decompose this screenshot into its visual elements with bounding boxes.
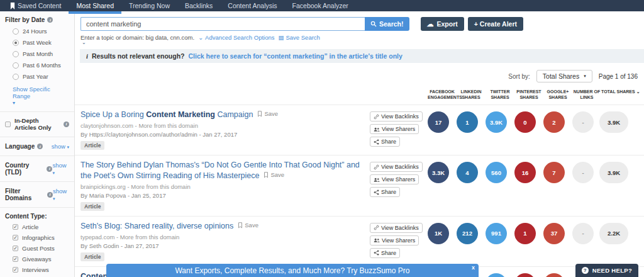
chevron-down-icon: ▾ xyxy=(52,171,55,175)
nav-item-saved-content[interactable]: Saved Content xyxy=(3,0,69,11)
radio-icon xyxy=(13,74,19,80)
content-type-giveaways[interactable]: Giveaways xyxy=(13,256,69,263)
sort-dropdown[interactable]: Total Shares ▾ xyxy=(536,70,592,82)
google-plus-shares-value: 37 xyxy=(543,223,565,244)
need-help-button[interactable]: ? NEED HELP? xyxy=(575,264,638,277)
show-link-country-tld[interactable]: show ▾ xyxy=(52,162,69,176)
linkedin-shares-value: 1 xyxy=(457,111,478,133)
nav-item-content-analysis[interactable]: Content Analysis xyxy=(220,0,284,11)
content-type-title: Content Type: xyxy=(5,213,69,220)
save-article-button[interactable]: Save xyxy=(257,110,278,118)
radio-icon xyxy=(13,28,19,35)
facebook-engagements-value: 17 xyxy=(428,111,449,133)
view-sharers-button[interactable]: View Sharers xyxy=(370,124,419,134)
column-header-number-of-links[interactable]: NUMBER OFLINKS xyxy=(572,89,601,100)
column-header-total-shares[interactable]: TOTAL SHARES ⌄ xyxy=(601,89,634,100)
content-type-guest-posts[interactable]: Guest Posts xyxy=(13,245,69,252)
total-shares-value: 2.2K xyxy=(599,223,628,244)
nav-item-most-shared[interactable]: Most Shared xyxy=(69,0,121,11)
date-option-24-hours[interactable]: 24 Hours xyxy=(13,28,69,35)
buzzsumo-pro-banner[interactable]: Want Exports, Complete Results, and Much… xyxy=(106,264,479,277)
chevron-down-icon: ⌄ xyxy=(198,34,203,41)
content-type-article[interactable]: Article xyxy=(13,223,69,230)
save-search-link[interactable]: ▤ Save Search xyxy=(278,34,319,41)
search-input[interactable] xyxy=(80,17,365,31)
article-title-link[interactable]: Spice Up a Boring Content Marketing Camp… xyxy=(80,110,370,120)
date-option-past-week[interactable]: Past Week xyxy=(13,39,69,46)
chevron-down-icon[interactable]: ▾ xyxy=(13,100,69,106)
search-row: Search! ☁ Export + Create Alert xyxy=(80,17,644,31)
linkedin-shares-value: 4 xyxy=(457,162,478,183)
chevron-down-icon: ▾ xyxy=(67,145,69,149)
view-backlinks-button[interactable]: View Backlinks xyxy=(370,223,423,233)
show-link-filter-domains[interactable]: show ▾ xyxy=(53,188,69,201)
google-plus-shares-value: 7 xyxy=(543,162,565,183)
linkedin-shares-value: 212 xyxy=(457,223,478,244)
results-list: Spice Up a Boring Content Marketing Camp… xyxy=(75,105,644,277)
result-row: The Story Behind Dylan Thomas's “Do Not … xyxy=(75,155,644,216)
show-link-language[interactable]: show ▾ xyxy=(52,143,69,150)
info-icon: i xyxy=(47,17,53,23)
title-only-search-link[interactable]: Click here to search for “content market… xyxy=(189,52,402,60)
column-header-twitter-shares[interactable]: TWITTERSHARES xyxy=(486,89,514,100)
article-domain: claytonjohnson.com xyxy=(80,122,133,129)
pinterest-shares-value: 16 xyxy=(514,162,536,183)
search-hint-row: Enter a topic or domain: big data, cnn.c… xyxy=(80,34,644,41)
backlink-icon xyxy=(374,225,379,230)
article-title-link[interactable]: The Story Behind Dylan Thomas's “Do Not … xyxy=(80,160,370,181)
pro-banner-text: Want Exports, Complete Results, and Much… xyxy=(175,266,409,275)
bookmark-icon xyxy=(10,3,15,9)
share-button[interactable]: Share xyxy=(370,187,400,197)
chevron-down-icon: ▾ xyxy=(53,196,55,201)
bookmark-outline-icon xyxy=(257,111,262,117)
share-button[interactable]: Share xyxy=(370,248,400,258)
number-of-links-value: - xyxy=(572,111,594,133)
date-option-past-month[interactable]: Past Month xyxy=(13,50,69,57)
date-option-past-year[interactable]: Past Year xyxy=(13,73,69,80)
column-header-facebook-engagements[interactable]: FACEBOOKENGAGEMENTS xyxy=(428,89,457,100)
results-main: Search! ☁ Export + Create Alert Enter a … xyxy=(75,11,644,277)
top-navbar: Saved ContentMost SharedTrending NowBack… xyxy=(0,0,644,11)
nav-item-facebook-analyzer[interactable]: Facebook Analyzer xyxy=(285,0,356,11)
info-icon: i xyxy=(37,144,43,149)
sharers-icon xyxy=(374,127,380,132)
more-from-domain-link[interactable]: More from this domain xyxy=(131,183,191,190)
create-alert-button[interactable]: + Create Alert xyxy=(468,17,523,31)
show-specific-range-link[interactable]: Show Specific Range xyxy=(13,86,69,99)
advanced-search-options-link[interactable]: ⌄ Advanced Search Options xyxy=(198,34,274,41)
view-backlinks-button[interactable]: View Backlinks xyxy=(370,162,423,172)
bookmark-outline-icon xyxy=(264,172,269,178)
google-plus-shares-value: 2 xyxy=(543,111,565,133)
backlink-icon xyxy=(374,164,379,170)
filter-section-country-tld: Country (TLD) ishow ▾ xyxy=(0,156,74,182)
column-header-google-shares[interactable]: GOOGLE+SHARES xyxy=(543,89,572,100)
save-article-button[interactable]: Save xyxy=(238,222,258,229)
export-button[interactable]: ☁ Export xyxy=(421,17,464,31)
view-sharers-button[interactable]: View Sharers xyxy=(370,174,419,184)
more-from-domain-link[interactable]: More from this domain xyxy=(138,122,198,129)
column-header-linkedin-shares[interactable]: LINKEDINSHARES xyxy=(457,89,486,100)
nav-item-backlinks[interactable]: Backlinks xyxy=(177,0,220,11)
content-type-interviews[interactable]: Interviews xyxy=(13,266,69,273)
share-icon xyxy=(374,189,379,195)
share-button[interactable]: Share xyxy=(370,137,400,147)
document-icon: ▤ xyxy=(278,34,284,41)
column-header-pinterest-shares[interactable]: PINTERESTSHARES xyxy=(514,89,543,100)
nav-item-trending-now[interactable]: Trending Now xyxy=(121,0,177,11)
filter-by-date-section: Filter by Date i 24 HoursPast WeekPast M… xyxy=(0,11,74,112)
article-domain: brainpickings.org xyxy=(80,183,126,190)
facebook-engagements-value: 1K xyxy=(428,223,449,244)
date-option-past-6-months[interactable]: Past 6 Months xyxy=(13,62,69,69)
article-domain: typepad.com xyxy=(80,234,114,240)
close-icon[interactable]: x xyxy=(472,264,475,271)
article-title-link[interactable]: Seth's Blog: Shared reality, diverse opi… xyxy=(80,221,370,231)
view-backlinks-button[interactable]: View Backlinks xyxy=(370,111,423,122)
view-sharers-button[interactable]: View Sharers xyxy=(370,235,419,246)
content-type-infographics[interactable]: Infographics xyxy=(13,234,69,241)
advanced-options-caret-icon[interactable]: ⌄ xyxy=(82,41,644,45)
more-from-domain-link[interactable]: More from this domain xyxy=(120,234,180,240)
info-icon: i xyxy=(64,122,69,127)
save-article-button[interactable]: Save xyxy=(264,171,284,179)
search-button[interactable]: Search! xyxy=(365,17,409,31)
in-depth-articles-checkbox[interactable]: In-Depth Articles Only i xyxy=(5,117,69,131)
